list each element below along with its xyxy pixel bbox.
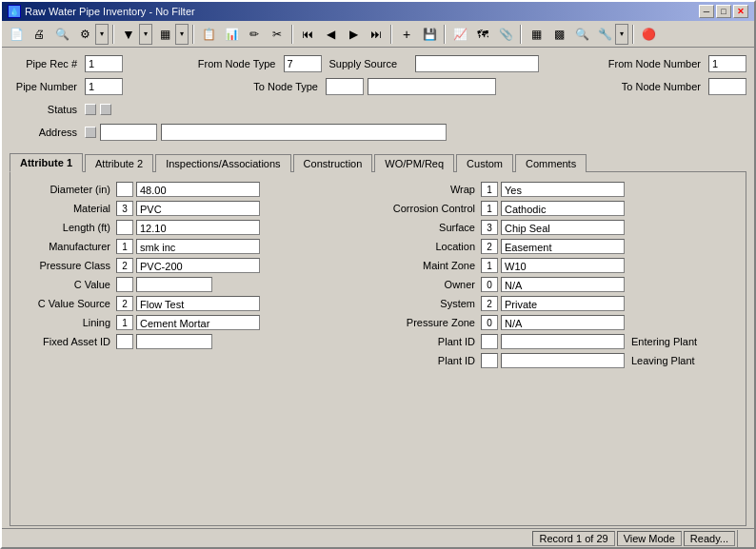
pressure-zone-row: Pressure Zone 0 N/A [383,313,738,332]
nav-first-button[interactable]: ⏮ [297,24,318,45]
address-row: Address [10,122,746,143]
nav-next-button[interactable]: ▶ [343,24,364,45]
map-button[interactable]: 🗺 [472,24,493,45]
minimize-button[interactable]: ─ [699,5,714,18]
diameter-value[interactable]: 48.00 [136,182,260,197]
pressure-zone-value[interactable]: N/A [501,315,625,330]
lining-value[interactable]: Cement Mortar [136,315,260,330]
maint-zone-label: Maint Zone [383,260,478,271]
grid-btn1[interactable]: ▦ [526,24,547,45]
report-button[interactable]: 📈 [449,24,470,45]
to-node-number-input[interactable] [708,78,746,95]
maint-zone-value[interactable]: W10 [501,258,625,273]
fixed-asset-id-num [116,334,133,349]
form-button[interactable]: 📋 [198,24,219,45]
length-row: Length (ft) 12.10 [18,218,373,237]
to-node-type-input[interactable] [326,78,364,95]
tools-dropdown[interactable]: ▾ [615,24,628,45]
add-button[interactable]: + [396,24,417,45]
attach-button[interactable]: 📎 [495,24,516,45]
plant-id-entering-value[interactable] [501,334,625,349]
tools-button[interactable]: 🔧 [594,24,615,45]
tab-wo[interactable]: WO/PM/Req [374,154,454,172]
filter-button[interactable]: ▼ [118,24,139,45]
wrap-value[interactable]: Yes [501,182,625,197]
pressure-zone-label: Pressure Zone [383,317,478,328]
c-value-source-value[interactable]: Flow Test [136,296,260,311]
new-button[interactable]: 📄 [6,24,27,45]
stop-button[interactable]: 🔴 [638,24,659,45]
tab-attribute1[interactable]: Attribute 1 [10,153,83,172]
pressure-zone-num: 0 [481,315,498,330]
address-input1[interactable] [100,124,157,141]
close-button[interactable]: ✕ [733,5,748,18]
from-node-number-input[interactable] [708,55,746,72]
system-row: System 2 Private [383,294,738,313]
plant-id-leaving-num [481,353,498,368]
app-icon: 💧 [8,5,21,18]
diameter-row: Diameter (in) 48.00 [18,180,373,199]
tab-construction[interactable]: Construction [293,154,373,172]
length-value[interactable]: 12.10 [136,220,260,235]
plant-id-entering-num [481,334,498,349]
preview-button[interactable]: 🔍 [51,24,72,45]
pipe-rec-input[interactable] [85,55,123,72]
status-row: Status [10,99,746,120]
plant-id-leaving-label: Plant ID [383,355,478,366]
record-status: Record 1 of 29 [532,531,614,546]
pipe-number-label: Pipe Number [10,81,81,92]
fixed-asset-id-value[interactable] [136,334,212,349]
surface-value[interactable]: Chip Seal [501,220,625,235]
corrosion-control-value[interactable]: Cathodic [501,201,625,216]
plant-id-leaving-value[interactable] [501,353,625,368]
from-node-type-input[interactable] [284,55,322,72]
edit-button[interactable]: ✏ [244,24,265,45]
owner-value[interactable]: N/A [501,277,625,292]
scrollbar-end [737,530,750,547]
address-input2[interactable] [161,124,447,141]
manufacturer-value[interactable]: smk inc [136,239,260,254]
corrosion-control-num: 1 [481,201,498,216]
location-value[interactable]: Easement [501,239,625,254]
main-window: 💧 Raw Water Pipe Inventory - No Filter ─… [0,0,756,549]
c-value-source-row: C Value Source 2 Flow Test [18,294,373,313]
save-button[interactable]: 💾 [419,24,440,45]
print-button[interactable]: 🖨 [29,24,50,45]
tabs-bar: Attribute 1 Attribute 2 Inspections/Asso… [10,152,746,171]
wrap-label: Wrap [383,184,478,195]
query-button[interactable]: 📊 [221,24,242,45]
nav-prev-button[interactable]: ◀ [320,24,341,45]
right-column: Wrap 1 Yes Corrosion Control 1 Cathodic [383,180,738,370]
material-num: 3 [116,201,133,216]
tab-custom[interactable]: Custom [456,154,513,172]
pressure-class-value[interactable]: PVC-200 [136,258,260,273]
properties-dropdown[interactable]: ▾ [95,24,109,45]
manufacturer-row: Manufacturer 1 smk inc [18,237,373,256]
search-button[interactable]: 🔍 [571,24,592,45]
lining-label: Lining [18,317,113,328]
cut-button[interactable]: ✂ [267,24,288,45]
view-button[interactable]: ▦ [154,24,175,45]
system-num: 2 [481,296,498,311]
filter-dropdown-btn[interactable]: ▾ [139,24,152,45]
nav-last-button[interactable]: ⏭ [366,24,387,45]
c-value-value[interactable] [136,277,212,292]
sep1 [112,25,114,44]
status-indicator2 [100,104,111,115]
length-label: Length (ft) [18,222,113,233]
window-title: Raw Water Pipe Inventory - No Filter [25,6,195,17]
to-node-type-text-input[interactable] [368,78,496,95]
tab-comments[interactable]: Comments [515,154,587,172]
material-value[interactable]: PVC [136,201,260,216]
pipe-number-input[interactable] [85,78,123,95]
properties-button[interactable]: ⚙ [74,24,95,45]
grid-btn2[interactable]: ▩ [548,24,569,45]
tab-attribute2[interactable]: Attribute 2 [85,154,153,172]
wrap-num: 1 [481,182,498,197]
maximize-button[interactable]: □ [716,5,731,18]
view-dropdown-btn[interactable]: ▾ [175,24,189,45]
supply-source-input[interactable] [415,55,539,72]
system-value[interactable]: Private [501,296,625,311]
tab-inspections[interactable]: Inspections/Associations [155,154,290,172]
pressure-class-num: 2 [116,258,133,273]
